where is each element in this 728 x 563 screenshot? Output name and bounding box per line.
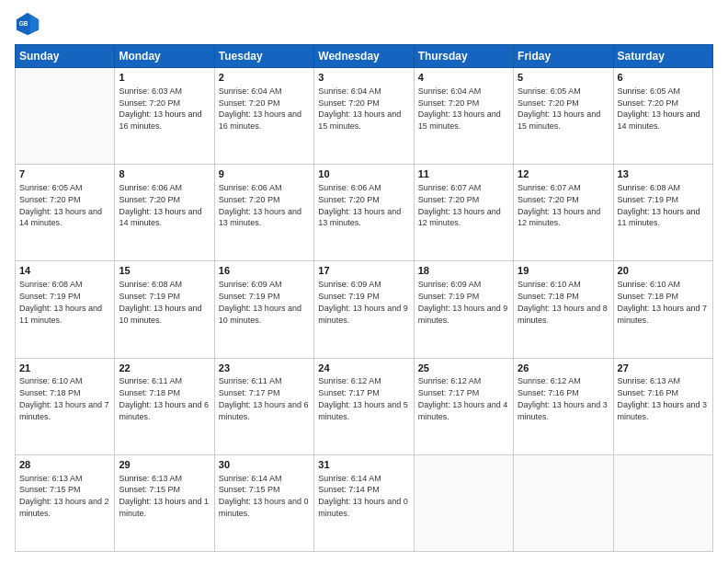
calendar-cell <box>16 68 115 165</box>
day-number: 9 <box>219 167 310 181</box>
sunrise-info: Sunrise: 6:06 AM <box>219 183 282 192</box>
daylight-info: Daylight: 13 hours and 14 minutes. <box>618 109 700 131</box>
calendar-cell: 22Sunrise: 6:11 AMSunset: 7:18 PMDayligh… <box>115 358 214 454</box>
sunset-info: Sunset: 7:18 PM <box>19 388 81 397</box>
daylight-info: Daylight: 13 hours and 10 minutes. <box>119 304 201 325</box>
sunrise-info: Sunrise: 6:05 AM <box>518 86 581 96</box>
sunset-info: Sunset: 7:20 PM <box>19 195 81 204</box>
daylight-info: Daylight: 13 hours and 9 minutes. <box>418 304 508 325</box>
calendar-cell: 21Sunrise: 6:10 AMSunset: 7:18 PMDayligh… <box>16 358 115 454</box>
sunrise-info: Sunrise: 6:06 AM <box>119 183 182 192</box>
calendar-cell: 30Sunrise: 6:14 AMSunset: 7:15 PMDayligh… <box>214 454 313 551</box>
day-number: 25 <box>418 362 509 375</box>
daylight-info: Daylight: 13 hours and 15 minutes. <box>318 109 401 131</box>
sunrise-info: Sunrise: 6:09 AM <box>219 280 282 289</box>
calendar-cell: 24Sunrise: 6:12 AMSunset: 7:17 PMDayligh… <box>314 358 414 454</box>
sunrise-info: Sunrise: 6:13 AM <box>119 474 182 483</box>
daylight-info: Daylight: 13 hours and 8 minutes. <box>518 304 608 325</box>
day-number: 1 <box>119 71 210 85</box>
calendar-cell: 15Sunrise: 6:08 AMSunset: 7:19 PMDayligh… <box>115 261 214 358</box>
weekday-header-thursday: Thursday <box>414 45 513 68</box>
sunset-info: Sunset: 7:19 PM <box>219 292 280 301</box>
svg-marker-1 <box>30 15 39 34</box>
day-number: 7 <box>19 167 110 181</box>
daylight-info: Daylight: 13 hours and 16 minutes. <box>119 109 201 131</box>
sunrise-info: Sunrise: 6:09 AM <box>318 280 381 289</box>
weekday-header-monday: Monday <box>115 45 214 68</box>
calendar-cell: 19Sunrise: 6:10 AMSunset: 7:18 PMDayligh… <box>514 261 613 358</box>
day-number: 21 <box>19 362 110 375</box>
sunrise-info: Sunrise: 6:10 AM <box>618 280 681 289</box>
daylight-info: Daylight: 13 hours and 13 minutes. <box>318 207 401 228</box>
day-number: 13 <box>618 167 709 181</box>
sunset-info: Sunset: 7:14 PM <box>318 485 380 494</box>
weekday-header-tuesday: Tuesday <box>214 45 313 68</box>
daylight-info: Daylight: 13 hours and 12 minutes. <box>418 207 501 228</box>
sunset-info: Sunset: 7:17 PM <box>418 388 480 397</box>
daylight-info: Daylight: 13 hours and 0 minutes. <box>318 497 408 518</box>
day-number: 17 <box>318 264 409 278</box>
day-number: 30 <box>219 458 310 472</box>
day-number: 12 <box>518 167 609 181</box>
sunrise-info: Sunrise: 6:08 AM <box>119 280 182 289</box>
calendar-cell: 28Sunrise: 6:13 AMSunset: 7:15 PMDayligh… <box>16 454 115 551</box>
calendar-cell: 10Sunrise: 6:06 AMSunset: 7:20 PMDayligh… <box>314 165 414 261</box>
calendar-cell <box>414 454 513 551</box>
calendar-week-1: 1Sunrise: 6:03 AMSunset: 7:20 PMDaylight… <box>16 68 713 165</box>
weekday-header-row: SundayMondayTuesdayWednesdayThursdayFrid… <box>16 45 713 68</box>
daylight-info: Daylight: 13 hours and 6 minutes. <box>119 400 209 421</box>
calendar-cell: 18Sunrise: 6:09 AMSunset: 7:19 PMDayligh… <box>414 261 513 358</box>
weekday-header-sunday: Sunday <box>16 45 115 68</box>
sunrise-info: Sunrise: 6:13 AM <box>19 474 83 483</box>
daylight-info: Daylight: 13 hours and 11 minutes. <box>19 304 102 325</box>
calendar-week-5: 28Sunrise: 6:13 AMSunset: 7:15 PMDayligh… <box>16 454 713 551</box>
calendar-cell <box>514 454 613 551</box>
daylight-info: Daylight: 13 hours and 2 minutes. <box>19 497 109 518</box>
sunset-info: Sunset: 7:20 PM <box>219 98 280 108</box>
calendar-header: SundayMondayTuesdayWednesdayThursdayFrid… <box>16 45 713 68</box>
logo: GB <box>15 11 44 37</box>
sunset-info: Sunset: 7:18 PM <box>618 292 679 301</box>
day-number: 16 <box>219 264 310 278</box>
sunset-info: Sunset: 7:19 PM <box>119 292 180 301</box>
daylight-info: Daylight: 13 hours and 15 minutes. <box>518 109 600 131</box>
sunrise-info: Sunrise: 6:08 AM <box>618 183 681 192</box>
calendar-cell: 20Sunrise: 6:10 AMSunset: 7:18 PMDayligh… <box>613 261 712 358</box>
calendar-cell: 13Sunrise: 6:08 AMSunset: 7:19 PMDayligh… <box>613 165 712 261</box>
day-number: 23 <box>219 362 310 375</box>
sunrise-info: Sunrise: 6:08 AM <box>19 280 83 289</box>
sunset-info: Sunset: 7:20 PM <box>318 195 380 204</box>
sunset-info: Sunset: 7:17 PM <box>318 388 380 397</box>
calendar-cell: 1Sunrise: 6:03 AMSunset: 7:20 PMDaylight… <box>115 68 214 165</box>
day-number: 6 <box>618 71 709 85</box>
calendar-cell: 29Sunrise: 6:13 AMSunset: 7:15 PMDayligh… <box>115 454 214 551</box>
sunset-info: Sunset: 7:15 PM <box>119 485 180 494</box>
daylight-info: Daylight: 13 hours and 10 minutes. <box>219 304 301 325</box>
logo-icon: GB <box>15 11 40 37</box>
day-number: 27 <box>618 362 709 375</box>
daylight-info: Daylight: 13 hours and 3 minutes. <box>618 400 708 421</box>
header: GB <box>15 11 713 37</box>
calendar-cell: 31Sunrise: 6:14 AMSunset: 7:14 PMDayligh… <box>314 454 414 551</box>
sunset-info: Sunset: 7:20 PM <box>618 98 679 108</box>
day-number: 19 <box>518 264 609 278</box>
day-number: 22 <box>119 362 210 375</box>
day-number: 10 <box>318 167 409 181</box>
daylight-info: Daylight: 13 hours and 5 minutes. <box>318 400 408 421</box>
calendar-cell: 25Sunrise: 6:12 AMSunset: 7:17 PMDayligh… <box>414 358 513 454</box>
sunset-info: Sunset: 7:15 PM <box>19 485 81 494</box>
sunrise-info: Sunrise: 6:07 AM <box>418 183 482 192</box>
sunset-info: Sunset: 7:20 PM <box>119 98 180 108</box>
sunrise-info: Sunrise: 6:12 AM <box>518 376 581 385</box>
daylight-info: Daylight: 13 hours and 7 minutes. <box>19 400 109 421</box>
day-number: 14 <box>19 264 110 278</box>
calendar-cell: 26Sunrise: 6:12 AMSunset: 7:16 PMDayligh… <box>514 358 613 454</box>
sunset-info: Sunset: 7:19 PM <box>19 292 81 301</box>
day-number: 18 <box>418 264 509 278</box>
daylight-info: Daylight: 13 hours and 14 minutes. <box>119 207 201 228</box>
calendar-cell: 23Sunrise: 6:11 AMSunset: 7:17 PMDayligh… <box>214 358 313 454</box>
calendar-week-2: 7Sunrise: 6:05 AMSunset: 7:20 PMDaylight… <box>16 165 713 261</box>
calendar-cell: 6Sunrise: 6:05 AMSunset: 7:20 PMDaylight… <box>613 68 712 165</box>
calendar-cell: 2Sunrise: 6:04 AMSunset: 7:20 PMDaylight… <box>214 68 313 165</box>
day-number: 24 <box>318 362 409 375</box>
